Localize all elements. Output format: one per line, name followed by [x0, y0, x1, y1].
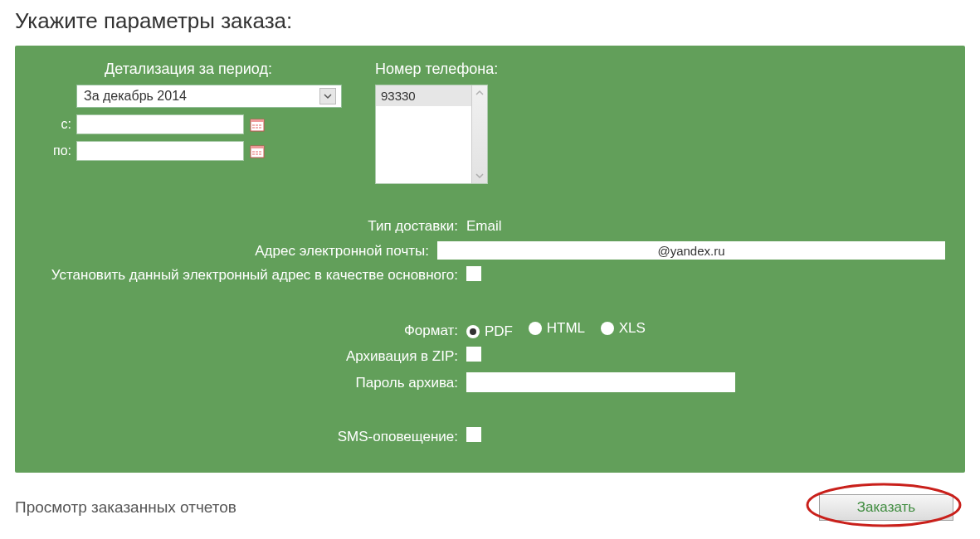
phone-listbox[interactable]: 93330 — [375, 85, 488, 184]
delivery-type-value: Email — [466, 218, 502, 234]
format-radio-xls[interactable]: XLS — [601, 320, 646, 337]
date-from-input[interactable] — [76, 114, 244, 134]
svg-rect-4 — [251, 146, 264, 148]
email-label: Адрес электронной почты: — [35, 242, 437, 260]
format-label: Формат: — [35, 322, 466, 339]
date-from-label: с: — [35, 117, 71, 132]
delivery-type-label: Тип доставки: — [35, 217, 466, 235]
format-radio-label: HTML — [547, 320, 585, 337]
set-primary-label: Установить данный электронный адрес в ка… — [35, 266, 466, 284]
format-radio-pdf[interactable]: PDF — [466, 323, 513, 340]
highlight-ellipse-icon — [802, 481, 965, 529]
chevron-up-icon — [475, 89, 484, 97]
format-radio-html[interactable]: HTML — [529, 320, 585, 337]
format-radio-label: PDF — [485, 323, 513, 340]
svg-rect-1 — [251, 119, 264, 122]
scrollbar[interactable] — [471, 85, 487, 183]
calendar-icon[interactable] — [249, 116, 266, 133]
view-reports-link[interactable]: Просмотр заказанных отчетов — [15, 498, 236, 517]
period-select[interactable]: За декабрь 2014 — [76, 85, 342, 108]
period-label: Детализация за период: — [35, 61, 342, 78]
order-form-panel: Детализация за период: За декабрь 2014 с… — [15, 46, 965, 473]
date-to-input[interactable] — [76, 141, 244, 161]
sms-label: SMS-оповещение: — [35, 428, 466, 445]
format-radio-label: XLS — [619, 320, 646, 337]
phone-list-item[interactable]: 93330 — [376, 85, 471, 106]
period-select-value: За декабрь 2014 — [84, 89, 187, 104]
archive-password-input[interactable] — [466, 372, 735, 392]
zip-checkbox[interactable] — [466, 347, 481, 362]
date-to-label: по: — [35, 143, 71, 158]
email-value: @yandex.ru — [657, 244, 724, 258]
calendar-icon[interactable] — [249, 143, 266, 159]
phone-label: Номер телефона: — [375, 61, 498, 78]
email-input[interactable]: @yandex.ru — [437, 241, 945, 260]
svg-point-5 — [807, 484, 960, 526]
set-primary-checkbox[interactable] — [466, 266, 481, 281]
archive-password-label: Пароль архива: — [35, 374, 466, 391]
chevron-down-icon — [475, 172, 484, 180]
chevron-down-icon — [319, 88, 336, 104]
page-title: Укажите параметры заказа: — [15, 8, 980, 34]
sms-checkbox[interactable] — [466, 427, 481, 442]
zip-label: Архивация в ZIP: — [35, 347, 466, 365]
